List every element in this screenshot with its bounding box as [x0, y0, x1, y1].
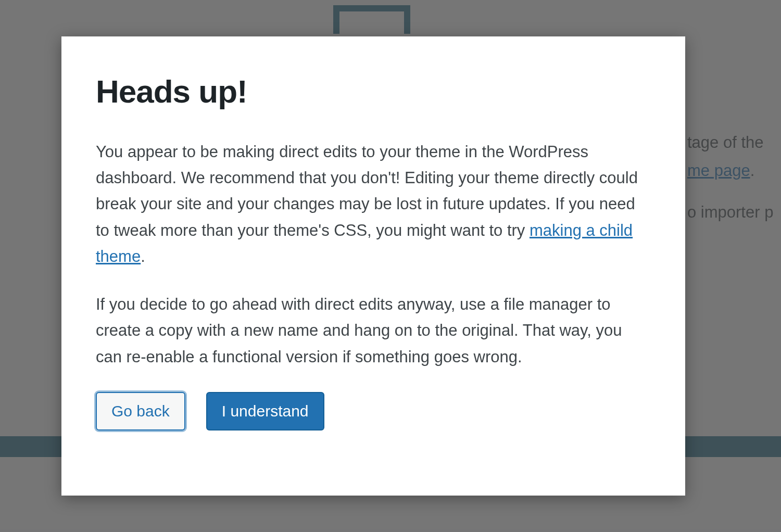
go-back-button[interactable]: Go back: [96, 392, 185, 430]
modal-title: Heads up!: [96, 73, 651, 110]
i-understand-button[interactable]: I understand: [206, 392, 324, 430]
modal-paragraph-1-suffix: .: [141, 247, 145, 265]
modal-paragraph-1: You appear to be making direct edits to …: [96, 139, 651, 270]
warning-modal: Heads up! You appear to be making direct…: [61, 36, 685, 496]
modal-button-row: Go back I understand: [96, 392, 651, 430]
modal-paragraph-2: If you decide to go ahead with direct ed…: [96, 292, 651, 370]
